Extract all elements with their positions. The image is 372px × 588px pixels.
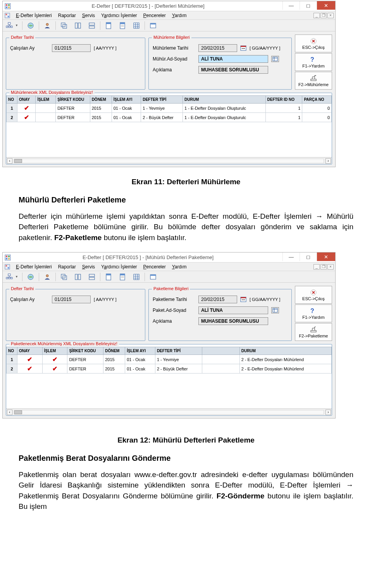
col-sirket[interactable]: ŞİRKET KODU <box>67 347 103 355</box>
horizontal-scrollbar[interactable]: ‹ › <box>6 408 332 415</box>
checkmark-icon[interactable]: ✔ <box>42 364 67 374</box>
col-islem[interactable]: İŞLEM <box>42 347 67 355</box>
col-defter-id[interactable]: DEFTER ID NO <box>265 96 302 104</box>
toolbar-orgchart-icon[interactable] <box>5 21 14 30</box>
scroll-track[interactable] <box>14 159 324 163</box>
col-donem[interactable]: DÖNEM <box>103 347 125 355</box>
col-donem[interactable]: DÖNEM <box>90 96 112 104</box>
esc-cikis-button[interactable]: ESC->Çıkış <box>295 35 332 52</box>
toolbar-cascade-icon[interactable] <box>60 21 68 30</box>
lookup-icon[interactable] <box>271 307 279 313</box>
maximize-button[interactable]: ◻ <box>300 1 317 10</box>
mdi-close[interactable]: × <box>327 264 334 270</box>
minimize-button[interactable]: — <box>282 252 300 261</box>
toolbar-doc2-icon[interactable] <box>118 21 127 30</box>
menu-item[interactable]: Yardımcı İşlemler <box>98 12 140 19</box>
grid-table[interactable]: NO ONAY İŞLEM ŞİRKET KODU DÖNEM İŞLEM AY… <box>6 95 332 122</box>
dropdown-arrow-icon[interactable]: ▼ <box>15 275 18 278</box>
mdi-restore[interactable]: ❐ <box>320 264 327 270</box>
mdi-minimize[interactable]: _ <box>313 13 320 18</box>
scroll-right-icon[interactable]: › <box>326 158 331 164</box>
calendar-icon[interactable] <box>240 296 246 303</box>
toolbar-tile-v-icon[interactable] <box>88 273 96 281</box>
toolbar-orgchart-icon[interactable] <box>5 273 14 281</box>
menu-item[interactable]: Yardım <box>169 263 190 270</box>
scroll-track[interactable] <box>14 410 324 415</box>
col-no[interactable]: NO <box>7 347 17 355</box>
toolbar-table-icon[interactable] <box>132 273 141 281</box>
col-spacer[interactable] <box>202 347 239 355</box>
table-row[interactable]: 2 ✔ DEFTER 2015 01 - Ocak 2 - Büyük Deft… <box>7 113 332 122</box>
menu-item[interactable]: Yardımcı İşlemler <box>98 263 140 270</box>
mdi-minimize[interactable]: _ <box>313 264 320 270</box>
scroll-thumb[interactable] <box>14 159 22 163</box>
toolbar-globe-icon[interactable] <box>26 21 35 30</box>
menu-item[interactable]: Raporlar <box>55 263 79 270</box>
toolbar-tile-v-icon[interactable] <box>88 21 96 30</box>
col-durum[interactable]: DURUM <box>183 96 266 104</box>
menu-item[interactable]: Yardım <box>169 12 190 19</box>
checkmark-icon[interactable]: ✔ <box>42 355 67 364</box>
input-ad-soyad[interactable]: ALİ TUNA <box>198 306 268 314</box>
toolbar-table-icon[interactable] <box>132 21 141 30</box>
scroll-left-icon[interactable]: ‹ <box>7 158 12 164</box>
calendar-icon[interactable] <box>240 45 246 51</box>
toolbar-doc1-icon[interactable] <box>104 21 113 30</box>
f1-yardim-button[interactable]: ? F1->Yardım <box>295 304 332 322</box>
col-onay[interactable]: ONAY <box>17 347 43 355</box>
input-aciklama[interactable]: MUHASEBE SORUMLUSU <box>198 317 268 325</box>
menu-item[interactable]: Pencereler <box>140 263 169 270</box>
menu-item[interactable]: E-Defter İşlemleri <box>13 263 55 270</box>
maximize-button[interactable]: ◻ <box>300 252 317 261</box>
col-no[interactable]: NO <box>7 96 17 104</box>
table-row[interactable]: 2 ✔ ✔ DEFTER 2015 01 - Ocak 2 - Büyük De… <box>7 364 332 374</box>
checkmark-icon[interactable]: ✔ <box>17 364 43 374</box>
checkmark-icon[interactable]: ✔ <box>17 104 36 113</box>
col-onay[interactable]: ONAY <box>17 96 36 104</box>
horizontal-scrollbar[interactable]: ‹ › <box>6 157 332 164</box>
lookup-icon[interactable] <box>271 56 279 62</box>
close-button[interactable]: ✕ <box>317 1 335 10</box>
col-sirket[interactable]: ŞİRKET KODU <box>56 96 90 104</box>
col-islem[interactable]: İŞLEM <box>36 96 56 104</box>
input-calisilan-ay[interactable]: 01/2015 <box>52 296 91 303</box>
toolbar-globe-icon[interactable] <box>26 273 35 281</box>
table-row[interactable]: 1 ✔ ✔ DEFTER 2015 01 - Ocak 1 - Yevmiye … <box>7 355 332 364</box>
scroll-left-icon[interactable]: ‹ <box>7 410 12 415</box>
toolbar-last-icon[interactable] <box>149 273 157 281</box>
toolbar-cascade-icon[interactable] <box>60 273 68 281</box>
input-calisilan-ay[interactable]: 01/2015 <box>52 44 91 52</box>
menu-item[interactable]: Servis <box>79 263 98 270</box>
f2-paketleme-button[interactable]: F2->Paketleme <box>295 323 332 341</box>
col-islem-ayi[interactable]: İŞLEM AYI <box>125 347 155 355</box>
f1-yardim-button[interactable]: ? F1->Yardım <box>295 53 332 71</box>
toolbar-user-icon[interactable] <box>43 21 52 30</box>
dropdown-arrow-icon[interactable]: ▼ <box>15 24 18 27</box>
close-button[interactable]: ✕ <box>317 252 335 261</box>
menu-item[interactable]: Raporlar <box>55 12 79 19</box>
toolbar-last-icon[interactable] <box>149 21 157 30</box>
f2-muhurleme-button[interactable]: F2->Mühürleme <box>295 72 332 90</box>
minimize-button[interactable]: — <box>282 1 300 10</box>
mdi-restore[interactable]: ❐ <box>320 13 327 18</box>
col-durum[interactable]: DURUM <box>239 347 331 355</box>
toolbar-doc1-icon[interactable] <box>104 273 113 281</box>
col-defter-tipi[interactable]: DEFTER TİPİ <box>141 96 183 104</box>
toolbar-tile-h-icon[interactable] <box>74 273 82 281</box>
toolbar-tile-h-icon[interactable] <box>74 21 82 30</box>
input-muhurleme-tarihi[interactable]: 20/02/2015 <box>198 44 237 52</box>
scroll-right-icon[interactable]: › <box>326 410 331 415</box>
toolbar-doc2-icon[interactable] <box>118 273 127 281</box>
checkmark-icon[interactable]: ✔ <box>17 355 43 364</box>
grid-table[interactable]: NO ONAY İŞLEM ŞİRKET KODU DÖNEM İŞLEM AY… <box>6 347 332 374</box>
menu-item[interactable]: E-Defter İşlemleri <box>13 12 55 19</box>
toolbar-user-icon[interactable] <box>43 273 52 281</box>
input-aciklama[interactable]: MUHASEBE SORUMLUSU <box>198 66 268 74</box>
col-parca-no[interactable]: PARÇA NO <box>302 96 332 104</box>
mdi-close[interactable]: × <box>327 13 334 18</box>
menu-item[interactable]: Servis <box>79 12 98 19</box>
input-ad-soyad[interactable]: ALİ TUNA <box>198 55 268 63</box>
scroll-thumb[interactable] <box>14 410 22 414</box>
checkmark-icon[interactable]: ✔ <box>17 113 36 122</box>
input-paketleme-tarihi[interactable]: 20/02/2015 <box>198 296 237 303</box>
